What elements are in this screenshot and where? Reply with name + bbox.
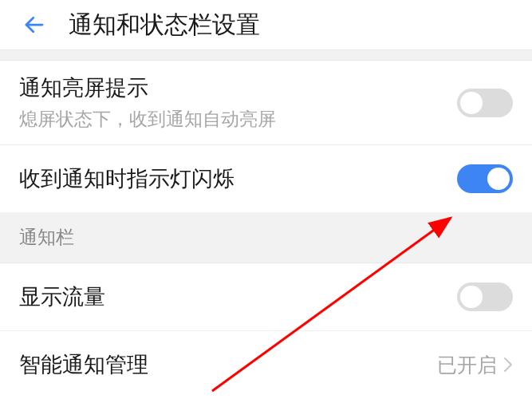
row-led-blink[interactable]: 收到通知时指示灯闪烁 <box>0 145 532 212</box>
toggle-wake-on-notice[interactable] <box>457 89 513 117</box>
toggle-knob <box>487 168 510 190</box>
row-value: 已开启 <box>437 352 497 378</box>
toggle-led-blink[interactable] <box>457 164 513 193</box>
row-subtitle: 熄屏状态下，收到通知自动亮屏 <box>19 107 457 132</box>
toggle-show-data-usage[interactable] <box>457 282 513 311</box>
back-arrow-icon <box>22 13 46 37</box>
toggle-knob <box>460 286 483 308</box>
row-text-wrap: 智能通知管理 <box>19 350 437 379</box>
row-smart-notice[interactable]: 智能通知管理 已开启 <box>0 331 532 398</box>
row-wake-on-notice[interactable]: 通知亮屏提示 熄屏状态下，收到通知自动亮屏 <box>0 61 532 145</box>
toggle-knob <box>460 92 483 114</box>
back-button[interactable] <box>18 8 51 41</box>
row-text-wrap: 通知亮屏提示 熄屏状态下，收到通知自动亮屏 <box>19 73 457 132</box>
chevron-right-icon <box>503 357 513 373</box>
section-header-text: 通知栏 <box>19 225 74 250</box>
row-text-wrap: 收到通知时指示灯闪烁 <box>19 164 457 193</box>
header-divider <box>0 49 532 61</box>
row-text-wrap: 显示流量 <box>19 282 457 311</box>
section-header-notice-bar: 通知栏 <box>0 212 532 263</box>
row-show-data-usage[interactable]: 显示流量 <box>0 263 532 331</box>
row-title: 智能通知管理 <box>19 350 437 379</box>
page-title: 通知和状态栏设置 <box>69 9 260 41</box>
row-title: 收到通知时指示灯闪烁 <box>19 164 457 193</box>
header: 通知和状态栏设置 <box>0 0 532 49</box>
row-title: 通知亮屏提示 <box>19 73 457 102</box>
row-title: 显示流量 <box>19 282 457 311</box>
